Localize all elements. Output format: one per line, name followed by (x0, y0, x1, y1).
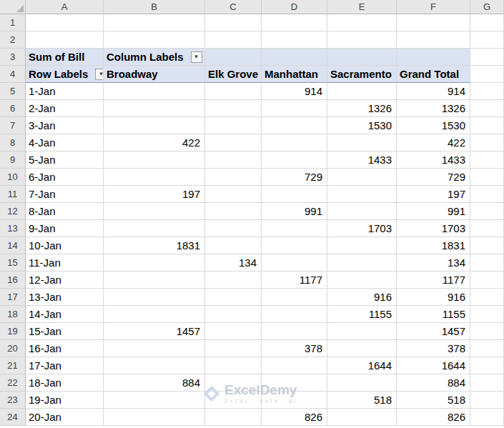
cell-D11[interactable] (262, 186, 327, 203)
row-labels-filter-button[interactable]: ▼ (95, 69, 104, 80)
row-header-15[interactable]: 15 (0, 254, 26, 272)
row-header-3[interactable]: 3 (0, 49, 26, 66)
cell-F10[interactable]: 729 (397, 169, 470, 186)
cell-C11[interactable] (205, 186, 262, 203)
cell-F3[interactable] (397, 49, 470, 66)
column-header-F[interactable]: F (397, 0, 470, 14)
cell-E20[interactable] (327, 340, 397, 357)
cell-B8[interactable]: 422 (104, 134, 205, 151)
cell-A11[interactable]: 7-Jan (26, 186, 104, 203)
cell-G13[interactable] (470, 220, 504, 237)
cell-D19[interactable] (262, 323, 327, 340)
cell-G1[interactable] (470, 14, 504, 31)
cell-F15[interactable]: 134 (397, 254, 470, 272)
cell-A14[interactable]: 10-Jan (26, 237, 104, 254)
cell-B6[interactable] (104, 100, 205, 117)
cell-B17[interactable] (104, 289, 205, 306)
cell-E14[interactable] (327, 237, 397, 254)
cell-A20[interactable]: 16-Jan (26, 340, 104, 357)
cell-D8[interactable] (262, 134, 327, 151)
cell-A8[interactable]: 4-Jan (26, 134, 104, 151)
cell-G20[interactable] (470, 340, 504, 357)
row-header-1[interactable]: 1 (0, 14, 26, 31)
cell-D10[interactable]: 729 (262, 169, 327, 186)
cell-G23[interactable] (470, 392, 504, 409)
row-header-4[interactable]: 4 (0, 66, 26, 83)
cell-F5[interactable]: 914 (397, 83, 470, 100)
cell-E23[interactable]: 518 (327, 392, 397, 409)
cell-A10[interactable]: 6-Jan (26, 169, 104, 186)
cell-G11[interactable] (470, 186, 504, 203)
cell-G17[interactable] (470, 289, 504, 306)
cell-C24[interactable] (205, 409, 262, 426)
cell-D15[interactable] (262, 254, 327, 272)
column-header-E[interactable]: E (327, 0, 397, 14)
row-header-10[interactable]: 10 (0, 169, 26, 186)
cell-G19[interactable] (470, 323, 504, 340)
cell-E10[interactable] (327, 169, 397, 186)
row-header-9[interactable]: 9 (0, 151, 26, 169)
cell-A23[interactable]: 19-Jan (26, 392, 104, 409)
cell-F18[interactable]: 1155 (397, 306, 470, 323)
row-header-20[interactable]: 20 (0, 340, 26, 357)
cell-B13[interactable] (104, 220, 205, 237)
cell-D17[interactable] (262, 289, 327, 306)
column-labels-filter-button[interactable]: ▼ (191, 51, 202, 63)
cell-D12[interactable]: 991 (262, 203, 327, 220)
cell-B15[interactable] (104, 254, 205, 272)
cell-B3[interactable]: Column Labels▼ (104, 49, 205, 66)
cell-A2[interactable] (26, 31, 104, 49)
cell-C22[interactable] (205, 374, 262, 392)
cell-B12[interactable] (104, 203, 205, 220)
cell-D7[interactable] (262, 117, 327, 134)
row-header-16[interactable]: 16 (0, 272, 26, 289)
cell-B21[interactable] (104, 357, 205, 374)
cell-B5[interactable] (104, 83, 205, 100)
row-header-5[interactable]: 5 (0, 83, 26, 100)
cell-A15[interactable]: 11-Jan (26, 254, 104, 272)
cell-F11[interactable]: 197 (397, 186, 470, 203)
row-header-23[interactable]: 23 (0, 392, 26, 409)
cell-B7[interactable] (104, 117, 205, 134)
cell-B24[interactable] (104, 409, 205, 426)
cell-B1[interactable] (104, 14, 205, 31)
cell-E7[interactable]: 1530 (327, 117, 397, 134)
cell-A18[interactable]: 14-Jan (26, 306, 104, 323)
cell-C1[interactable] (205, 14, 262, 31)
cell-E8[interactable] (327, 134, 397, 151)
cell-F2[interactable] (397, 31, 470, 49)
cell-E6[interactable]: 1326 (327, 100, 397, 117)
cell-G15[interactable] (470, 254, 504, 272)
cell-D2[interactable] (262, 31, 327, 49)
cell-F9[interactable]: 1433 (397, 151, 470, 169)
cell-C6[interactable] (205, 100, 262, 117)
cell-A13[interactable]: 9-Jan (26, 220, 104, 237)
cell-A5[interactable]: 1-Jan (26, 83, 104, 100)
cell-E21[interactable]: 1644 (327, 357, 397, 374)
cell-G14[interactable] (470, 237, 504, 254)
cell-C14[interactable] (205, 237, 262, 254)
cell-E5[interactable] (327, 83, 397, 100)
cell-B22[interactable]: 884 (104, 374, 205, 392)
cell-F14[interactable]: 1831 (397, 237, 470, 254)
cell-C21[interactable] (205, 357, 262, 374)
row-header-24[interactable]: 24 (0, 409, 26, 426)
cell-C5[interactable] (205, 83, 262, 100)
cell-D13[interactable] (262, 220, 327, 237)
cell-B18[interactable] (104, 306, 205, 323)
column-header-B[interactable]: B (104, 0, 205, 14)
cell-G18[interactable] (470, 306, 504, 323)
select-all-button[interactable] (0, 0, 26, 14)
cell-G16[interactable] (470, 272, 504, 289)
cell-D16[interactable]: 1177 (262, 272, 327, 289)
row-header-18[interactable]: 18 (0, 306, 26, 323)
cell-F17[interactable]: 916 (397, 289, 470, 306)
cell-A4[interactable]: Row Labels▼ (26, 66, 104, 83)
cell-G4[interactable] (470, 66, 504, 83)
cell-F7[interactable]: 1530 (397, 117, 470, 134)
cell-C2[interactable] (205, 31, 262, 49)
cell-F22[interactable]: 884 (397, 374, 470, 392)
cell-A16[interactable]: 12-Jan (26, 272, 104, 289)
cell-F21[interactable]: 1644 (397, 357, 470, 374)
cell-D22[interactable] (262, 374, 327, 392)
